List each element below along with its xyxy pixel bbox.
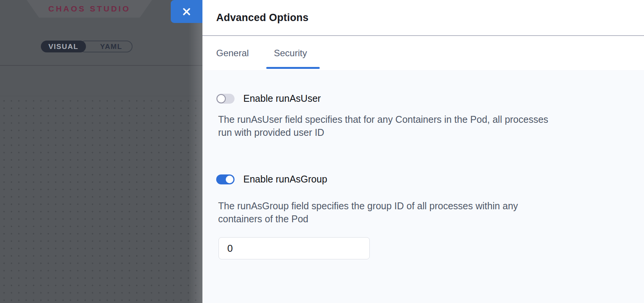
description-line: The runAsGroup field specifies the group… bbox=[218, 199, 644, 212]
screen: CHAOS STUDIO YAML VISUAL Advanced Option… bbox=[0, 0, 644, 303]
yaml-tab-label: YAML bbox=[100, 42, 122, 51]
brand-badge: CHAOS STUDIO bbox=[27, 0, 152, 18]
visual-tab-label: VISUAL bbox=[49, 42, 79, 51]
toggle-knob bbox=[217, 94, 226, 103]
description-line: containers of the Pod bbox=[218, 212, 644, 225]
run-as-user-label: Enable runAsUser bbox=[243, 93, 321, 104]
tab-security-label: Security bbox=[274, 48, 307, 59]
run-as-group-row: Enable runAsGroup bbox=[216, 174, 644, 185]
tab-general-label: General bbox=[216, 48, 249, 59]
visual-tab[interactable]: VISUAL bbox=[41, 41, 86, 52]
toolbar-divider bbox=[0, 65, 202, 66]
description-line: The runAsUser field specifies that for a… bbox=[218, 113, 644, 126]
run-as-user-row: Enable runAsUser bbox=[216, 93, 644, 104]
yaml-tab[interactable]: YAML bbox=[79, 41, 133, 52]
tab-general[interactable]: General bbox=[216, 36, 249, 70]
dotted-canvas bbox=[0, 97, 202, 303]
brand-title: CHAOS STUDIO bbox=[48, 4, 130, 13]
advanced-options-drawer: Advanced Options General Security Enable… bbox=[202, 0, 644, 303]
view-mode-toggle: YAML VISUAL bbox=[41, 41, 133, 52]
active-tab-indicator bbox=[266, 67, 320, 69]
run-as-group-description: The runAsGroup field specifies the group… bbox=[218, 199, 644, 225]
run-as-group-toggle[interactable] bbox=[216, 174, 235, 184]
close-icon bbox=[181, 7, 192, 17]
security-tab-content: Enable runAsUser The runAsUser field spe… bbox=[202, 70, 644, 303]
drawer-edge-glow bbox=[189, 0, 202, 303]
tab-security[interactable]: Security bbox=[274, 36, 307, 70]
description-line: run with provided user ID bbox=[218, 126, 644, 139]
run-as-group-label: Enable runAsGroup bbox=[243, 174, 327, 185]
toggle-knob bbox=[225, 175, 234, 184]
drawer-header: Advanced Options bbox=[202, 0, 644, 36]
canvas-divider bbox=[0, 96, 202, 96]
group-id-input[interactable] bbox=[218, 237, 370, 259]
run-as-user-toggle[interactable] bbox=[216, 94, 235, 104]
drawer-tabbar: General Security bbox=[202, 36, 644, 70]
drawer-title: Advanced Options bbox=[216, 12, 309, 24]
run-as-user-description: The runAsUser field specifies that for a… bbox=[218, 113, 644, 139]
close-drawer-button[interactable] bbox=[171, 0, 202, 23]
dimmed-background: CHAOS STUDIO YAML VISUAL bbox=[0, 0, 202, 303]
